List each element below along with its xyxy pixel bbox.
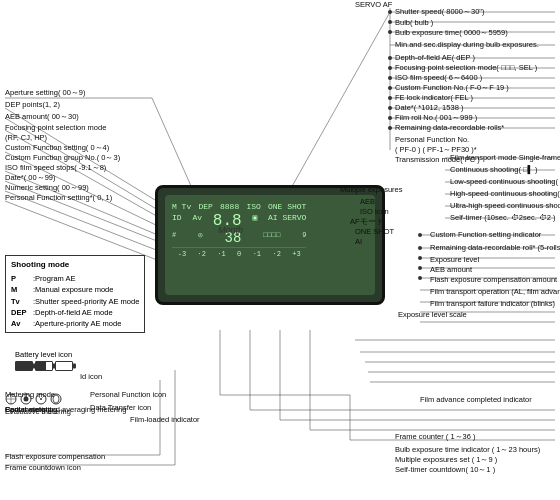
rf-cj-hp-label: (RF, CJ, HP) [5, 133, 47, 143]
lcd-scale-p2: ·2 [272, 250, 280, 258]
lcd-rect-icon: ▣ [252, 213, 257, 229]
af-mode-label: AFモード [350, 217, 384, 227]
lcd-scale-p3: +3 [292, 250, 300, 258]
mode-tv-desc: :Shutter speed-priority AE mode [33, 296, 139, 307]
self-timer-label: Self-timer (10sec. ⏱2sec. ⏱2 ) [450, 213, 556, 223]
mode-tv-line: Tv :Shutter speed-priority AE mode [11, 296, 139, 307]
iso-film-stops-label: ISO film speed stops( -9.1～8) [5, 163, 106, 173]
mode-m-key: M [11, 284, 29, 295]
self-timer-cd-label: Self-timer countdown( 10～1 ) [395, 465, 495, 475]
focusing-sel-label: Focusing point selection mode( □□□, SEL … [395, 63, 537, 73]
flash-exposure-label: Flash exposure compensation amount [430, 275, 557, 285]
film-transport-high-label: High-speed continuous shooting( □H ) [450, 189, 560, 199]
film-advance-complete-label: Film advance completed indicator [420, 395, 532, 405]
svg-point-71 [418, 246, 422, 250]
metering-mode-label: Metering mode [5, 390, 55, 400]
lcd-id: ID [172, 213, 182, 229]
bulb-time-display-label: Bulb exposure time indicator ( 1～23 hour… [395, 445, 540, 455]
svg-point-72 [418, 256, 422, 260]
film-transport-low-label: Low-speed continuous shooting( □L ) [450, 177, 560, 187]
lcd-scale-d1: ·1 [217, 250, 225, 258]
aeb-label: AEB [360, 197, 375, 207]
mode-p-key: P [11, 273, 29, 284]
ai-label: AI [355, 237, 362, 247]
mode-m-line: M :Manual exposure mode [11, 284, 139, 295]
min-sec-label: Min.and sec.display during bulb exposure… [395, 40, 539, 50]
lcd-scale-0: 0 [237, 250, 241, 258]
mode-dep-line: DEP :Depth-of-field AE mode [11, 307, 139, 318]
fe-lock-label: FE lock indicator( FEL ) [395, 93, 473, 103]
film-loaded-label: Film-loaded indicator [130, 415, 200, 425]
lcd-av: Av [192, 213, 202, 229]
film-transport-op-label: Film transport operation (AL, film advan… [430, 287, 560, 297]
svg-line-10 [290, 12, 390, 190]
personal-fn-label: Personal Function No. [395, 135, 469, 145]
battery-icon-1 [15, 361, 33, 371]
one-shot-label: ONE SHOT [355, 227, 394, 237]
frame-countdown-label: Frame countdown icon [5, 463, 81, 473]
svg-point-70 [418, 233, 422, 237]
lcd-iso: ISO [246, 202, 260, 211]
lcd-inner: M Tv DEP 8888 ISO ONE SHOT ID Av 8.8 ▣ A… [165, 195, 375, 295]
servo-af-label: SERVO AF [355, 0, 392, 10]
battery-icons [15, 361, 73, 371]
iso-icon-label: ISO icon [360, 207, 389, 217]
depth-ae-label: Depth-of-field AE( dEP ) [395, 53, 475, 63]
mode-dep-key: DEP [11, 307, 29, 318]
custom-fn-group-label: Custom Function group No.( 0～3) [5, 153, 120, 163]
film-transport-cont-label: Continuous shooting( □▌ ) [450, 165, 537, 175]
lcd-display: M Tv DEP 8888 ISO ONE SHOT ID Av 8.8 ▣ A… [155, 185, 385, 305]
shutter-speed-label: Shutter speed( 8000～30") [395, 7, 558, 17]
lcd-aiservo: AI SERVO [268, 213, 306, 229]
svg-point-40 [388, 126, 392, 130]
mode-m-desc: :Manual exposure mode [33, 284, 113, 295]
mode-p-desc: :Program AE [33, 273, 76, 284]
svg-line-0 [152, 98, 195, 195]
date-label: Date*( 00～99) [5, 173, 56, 183]
lcd-hash: # [172, 231, 176, 245]
personal-func-label: Personal Function icon [90, 390, 166, 400]
month-label: Month [218, 225, 243, 235]
film-roll-label: Film roll No.( 001～999 ) [395, 113, 477, 123]
svg-point-39 [388, 116, 392, 120]
lcd-digits: 8888 [220, 202, 239, 211]
lcd-num9: 9 [302, 231, 306, 245]
aeb-amount-label-r: AEB amount [430, 265, 472, 275]
svg-point-33 [388, 56, 392, 60]
mode-av-line: Av :Aperture-priority AE mode [11, 318, 139, 329]
iso-film-label: ISO film speed( 6～6400 ) [395, 73, 482, 83]
mode-av-key: Av [11, 318, 29, 329]
custom-fn-indicator-label: Custom Function setting indicator [430, 230, 541, 240]
custom-function-label: Custom Function setting( 0～4) [5, 143, 109, 153]
data-transfer-label: Data Transfer icon [90, 403, 151, 413]
main-container: M Tv DEP 8888 ISO ONE SHOT ID Av 8.8 ▣ A… [0, 0, 560, 500]
battery-icon-2 [35, 361, 53, 371]
mode-dep-desc: :Depth-of-field AE mode [33, 307, 113, 318]
frame-counter-label: Frame counter ( 1～36 ) [395, 432, 476, 442]
aperture-setting-label: Aperture setting( 00～9) [5, 88, 86, 98]
svg-point-74 [418, 276, 422, 280]
battery-level-label: Battery level icon [15, 350, 73, 359]
film-transport-ultra-label: Ultra-high speed continuous shooting( □H… [450, 201, 560, 211]
svg-point-73 [418, 266, 422, 270]
lcd-mode-mtv: M Tv [172, 202, 191, 211]
shooting-mode-box: Shooting mode P :Program AE M :Manual ex… [5, 255, 145, 333]
exposure-level-label: Exposure level [430, 255, 479, 265]
svg-point-30 [388, 10, 392, 14]
flash-compensation-label: Flash exposure compensation [5, 452, 105, 462]
lcd-dep: DEP [198, 202, 212, 211]
svg-point-35 [388, 76, 392, 80]
metering-section: Metering mode Evaluative [5, 390, 62, 405]
numeric-label: Numeric setting( 00～99) [5, 183, 89, 193]
lcd-oneshot: ONE SHOT [268, 202, 306, 211]
lcd-scale-minus3: -3 [178, 250, 186, 258]
bulb-label: Bulb( bulb ) [395, 18, 433, 28]
lcd-scale-d2: ·2 [197, 250, 205, 258]
custom-fn-label: Custom Function No.( F-0～F 19 ) [395, 83, 509, 93]
film-transport-single-label: Film transport mode Single-frame shootin… [450, 153, 560, 163]
mode-tv-key: Tv [11, 296, 29, 307]
film-failure-label: Film transport failure indicator (blinks… [430, 299, 555, 309]
lcd-squares: □□□□ [263, 231, 280, 245]
svg-point-32 [388, 30, 392, 34]
multiple-exp-set-label: Multiple exposures set ( 1～9 ) [395, 455, 497, 465]
